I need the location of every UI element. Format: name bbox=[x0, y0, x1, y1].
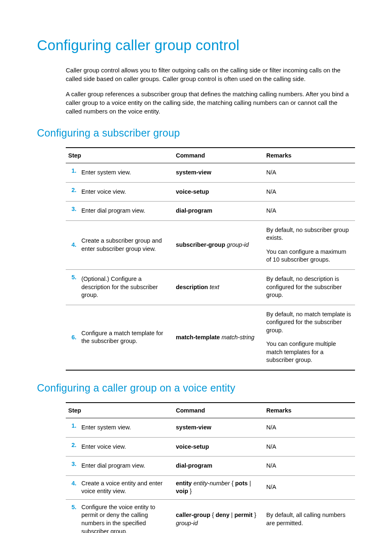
th-command: Command bbox=[173, 148, 264, 163]
step-description: Enter system view. bbox=[79, 418, 173, 438]
remarks-cell: N/A bbox=[264, 475, 355, 499]
th-remarks: Remarks bbox=[264, 148, 355, 163]
command-cell: dial-program bbox=[173, 457, 264, 476]
command-cell: system-view bbox=[173, 163, 264, 183]
step-description: Create a subscriber group and enter subs… bbox=[79, 220, 173, 269]
command-cell: voice-setup bbox=[173, 437, 264, 457]
remarks-cell: N/A bbox=[264, 418, 355, 438]
step-number[interactable]: 1. bbox=[66, 163, 79, 183]
step-number[interactable]: 3. bbox=[66, 457, 79, 476]
step-number[interactable]: 2. bbox=[66, 437, 79, 457]
step-number[interactable]: 1. bbox=[66, 418, 79, 438]
command-cell: entity entity-number { pots | voip } bbox=[173, 475, 264, 499]
subscriber-group-table: Step Command Remarks 1.Enter system view… bbox=[66, 147, 355, 371]
step-description: Enter voice view. bbox=[79, 437, 173, 457]
command-cell: voice-setup bbox=[173, 182, 264, 202]
step-number[interactable]: 4. bbox=[66, 475, 79, 499]
command-cell: match-template match-string bbox=[173, 305, 264, 370]
step-number[interactable]: 6. bbox=[66, 305, 79, 370]
step-number[interactable]: 5. bbox=[66, 499, 79, 533]
th-command: Command bbox=[173, 403, 264, 418]
remarks-cell: By default, no match template is configu… bbox=[264, 305, 355, 370]
command-cell: caller-group { deny | permit } group-id bbox=[173, 499, 264, 533]
step-number[interactable]: 2. bbox=[66, 182, 79, 202]
remarks-cell: By default, all calling numbers are perm… bbox=[264, 499, 355, 533]
step-description: Enter dial program view. bbox=[79, 202, 173, 221]
remarks-cell: N/A bbox=[264, 437, 355, 457]
th-remarks: Remarks bbox=[264, 403, 355, 418]
step-description: Configure the voice entity to permit or … bbox=[79, 499, 173, 533]
remarks-cell: N/A bbox=[264, 182, 355, 202]
remarks-cell: By default, no description is configured… bbox=[264, 269, 355, 305]
command-cell: subscriber-group group-id bbox=[173, 220, 264, 269]
remarks-cell: N/A bbox=[264, 457, 355, 476]
section-2-title: Configuring a caller group on a voice en… bbox=[37, 382, 355, 394]
caller-group-table: Step Command Remarks 1.Enter system view… bbox=[66, 402, 355, 533]
step-number[interactable]: 4. bbox=[66, 220, 79, 269]
intro-paragraph-2: A caller group references a subscriber g… bbox=[66, 90, 355, 116]
step-description: (Optional.) Configure a description for … bbox=[79, 269, 173, 305]
intro-paragraph-1: Caller group control allows you to filte… bbox=[66, 66, 355, 83]
step-number[interactable]: 5. bbox=[66, 269, 79, 305]
step-description: Enter voice view. bbox=[79, 182, 173, 202]
remarks-cell: N/A bbox=[264, 163, 355, 183]
th-step: Step bbox=[66, 148, 173, 163]
command-cell: dial-program bbox=[173, 202, 264, 221]
section-1-title: Configuring a subscriber group bbox=[37, 127, 355, 139]
remarks-cell: N/A bbox=[264, 202, 355, 221]
step-number[interactable]: 3. bbox=[66, 202, 79, 221]
command-cell: description text bbox=[173, 269, 264, 305]
step-description: Enter system view. bbox=[79, 163, 173, 183]
step-description: Enter dial program view. bbox=[79, 457, 173, 476]
step-description: Create a voice entity and enter voice en… bbox=[79, 475, 173, 499]
step-description: Configure a match template for the subsc… bbox=[79, 305, 173, 370]
command-cell: system-view bbox=[173, 418, 264, 438]
th-step: Step bbox=[66, 403, 173, 418]
remarks-cell: By default, no subscriber group exists.Y… bbox=[264, 220, 355, 269]
page-title: Configuring caller group control bbox=[37, 37, 355, 53]
